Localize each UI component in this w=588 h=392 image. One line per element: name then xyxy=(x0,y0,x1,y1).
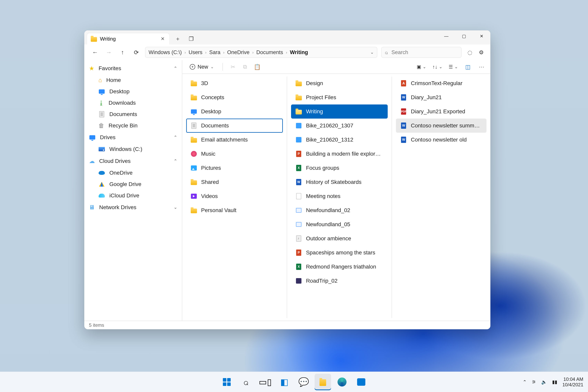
list-item[interactable]: Bike_210620_1307 xyxy=(291,118,388,133)
list-item[interactable]: PSpaceships among the stars xyxy=(291,246,388,260)
back-button[interactable]: ← xyxy=(92,49,98,56)
breadcrumb-seg[interactable]: OneDrive xyxy=(227,50,250,56)
list-item[interactable]: ACrimsonText-Regular xyxy=(396,76,486,90)
list-item[interactable]: RoadTrip_02 xyxy=(291,274,388,288)
chevron-up-icon[interactable]: ⌃ xyxy=(174,158,177,164)
sidebar-item-icloud[interactable]: iCloud Drive xyxy=(84,190,182,201)
list-item[interactable]: PBuilding a modern file explor… xyxy=(291,147,388,161)
taskbar-search[interactable]: ⌕ xyxy=(238,374,254,390)
list-item[interactable]: Writing xyxy=(291,104,388,118)
more-button[interactable]: ⋯ xyxy=(478,64,485,70)
sidebar-section-cloud[interactable]: ☁ Cloud Drives ⌃ xyxy=(84,155,182,167)
system-tray[interactable]: ⌃ ⚞ 🔈 ▮▮ 10:04 AM 10/4/2021 xyxy=(523,376,583,387)
list-item[interactable]: Videos xyxy=(186,189,283,203)
list-item[interactable]: PDFDiary_Jun21 Exported xyxy=(396,104,486,118)
list-item[interactable]: Pictures xyxy=(186,161,283,175)
refresh-button[interactable]: ⟳ xyxy=(133,49,140,56)
maximize-button[interactable]: ▢ xyxy=(455,30,473,42)
sidebar-section-drives[interactable]: Drives ⌃ xyxy=(84,131,182,144)
list-item[interactable]: Music xyxy=(186,147,283,161)
settings-icon[interactable]: ⚙ xyxy=(479,49,484,56)
list-item[interactable]: Shared xyxy=(186,175,283,189)
list-item[interactable]: WContoso newsletter summe… xyxy=(396,118,486,133)
sidebar-item-windows-c[interactable]: Windows (C:) xyxy=(84,144,182,155)
list-item[interactable]: Concepts xyxy=(186,90,283,104)
taskbar-clock[interactable]: 10:04 AM 10/4/2021 xyxy=(562,376,583,387)
tab-overview-button[interactable]: ❐ xyxy=(188,36,194,42)
list-item[interactable]: WDiary_Jun21 xyxy=(396,90,486,104)
folder-icon xyxy=(295,94,302,101)
monitor-icon xyxy=(190,108,197,115)
battery-icon[interactable]: ▮▮ xyxy=(552,379,557,385)
cloud-icon: ☁ xyxy=(89,158,95,164)
list-item[interactable]: Design xyxy=(291,76,388,90)
sidebar-item-downloads[interactable]: ⭳Downloads xyxy=(84,97,182,108)
tray-chevron-icon[interactable]: ⌃ xyxy=(523,379,527,385)
paste-button[interactable]: 📋 xyxy=(254,64,261,70)
sidebar-item-documents[interactable]: Documents xyxy=(84,108,182,120)
start-button[interactable] xyxy=(218,374,235,390)
command-bar: + New ⌄ ✂ ⧉ 📋 ▣⌄ ↑↓⌄ ☰⌄ ◫ ⋯ xyxy=(182,60,490,74)
taskbar-store[interactable] xyxy=(353,374,370,390)
cut-button[interactable]: ✂ xyxy=(229,64,236,70)
copy-button[interactable]: ⧉ xyxy=(241,64,249,70)
sidebar-item-googledrive[interactable]: Google Drive xyxy=(84,178,182,190)
taskbar-chat[interactable]: 💬 xyxy=(295,374,312,390)
new-button[interactable]: + New ⌄ xyxy=(188,63,216,71)
breadcrumb-seg[interactable]: Documents xyxy=(256,50,283,56)
search-box[interactable]: ⌕ xyxy=(381,47,462,58)
taskbar-taskview[interactable]: ▭▯ xyxy=(257,374,274,390)
preview-pane-button[interactable]: ◫ xyxy=(464,64,472,70)
list-item[interactable]: Email attatchments xyxy=(186,133,283,147)
wifi-icon[interactable]: ⚞ xyxy=(532,379,536,385)
sort-button[interactable]: ↑↓⌄ xyxy=(432,64,442,70)
chevron-down-icon[interactable]: ⌄ xyxy=(174,205,177,210)
select-button[interactable]: ▣⌄ xyxy=(417,64,426,70)
close-tab-icon[interactable]: ✕ xyxy=(160,36,166,42)
list-item[interactable]: XFocus groups xyxy=(291,161,388,175)
list-item[interactable]: Documents xyxy=(186,118,283,133)
list-item[interactable]: XRedmond Rangers triathalon xyxy=(291,260,388,274)
sidebar-item-desktop[interactable]: Desktop xyxy=(84,86,182,97)
list-item[interactable]: Bike_210620_1312 xyxy=(291,133,388,147)
list-item[interactable]: Newfoundland_05 xyxy=(291,217,388,232)
breadcrumb-seg[interactable]: Users xyxy=(188,50,202,56)
breadcrumb-dropdown[interactable]: ⌄ xyxy=(370,50,374,55)
window-tab[interactable]: Writing ✕ xyxy=(87,33,169,44)
sidebar-item-onedrive[interactable]: OneDrive xyxy=(84,167,182,178)
search-input[interactable] xyxy=(391,49,458,56)
chevron-up-icon[interactable]: ⌃ xyxy=(174,66,177,71)
up-button[interactable]: ↑ xyxy=(119,49,126,56)
breadcrumb[interactable]: Windows (C:\)› Users› Sara› OneDrive› Do… xyxy=(145,47,377,58)
list-item[interactable]: Desktop xyxy=(186,104,283,118)
sidebar-item-home[interactable]: ⌂Home xyxy=(84,74,182,86)
list-item[interactable]: Outdoor ambience xyxy=(291,232,388,246)
list-item[interactable]: Project Files xyxy=(291,90,388,104)
sidebar-section-network[interactable]: 🖥 Network Drives ⌄ xyxy=(84,201,182,214)
taskbar-widgets[interactable]: ◧ xyxy=(276,374,293,390)
sidebar-section-favorites[interactable]: ★ Favorites ⌃ xyxy=(84,62,182,74)
list-item[interactable]: 3D xyxy=(186,76,283,90)
view-button[interactable]: ☰⌄ xyxy=(449,64,458,70)
folder-icon xyxy=(320,379,326,385)
breadcrumb-seg[interactable]: Windows (C:\) xyxy=(148,50,182,56)
taskbar-explorer[interactable] xyxy=(314,374,331,390)
loading-icon[interactable]: ◌ xyxy=(468,49,472,56)
sidebar-item-recyclebin[interactable]: 🗑Recycle Bin xyxy=(84,120,182,131)
new-tab-button[interactable]: ＋ xyxy=(174,35,181,42)
list-item[interactable]: WContoso newsletter old xyxy=(396,133,486,147)
list-item[interactable]: WHistory of Skateboards xyxy=(291,175,388,189)
close-window-button[interactable]: ✕ xyxy=(473,30,490,42)
list-item[interactable]: Personal Vault xyxy=(186,203,283,217)
volume-icon[interactable]: 🔈 xyxy=(541,379,547,385)
list-item[interactable]: Meeting notes xyxy=(291,189,388,203)
item-name: Outdoor ambience xyxy=(306,236,351,242)
breadcrumb-seg-current[interactable]: Writing xyxy=(290,50,308,56)
minimize-button[interactable]: ― xyxy=(438,30,455,42)
list-item[interactable]: Newfoundland_02 xyxy=(291,203,388,217)
taskbar-edge[interactable] xyxy=(334,374,350,390)
download-icon: ⭳ xyxy=(98,100,104,106)
forward-button[interactable]: → xyxy=(106,49,112,56)
breadcrumb-seg[interactable]: Sara xyxy=(209,50,220,56)
chevron-up-icon[interactable]: ⌃ xyxy=(174,135,177,140)
